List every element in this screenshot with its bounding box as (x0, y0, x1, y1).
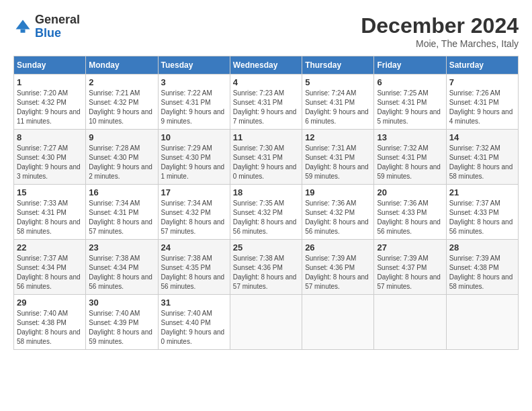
day-cell: 16 Sunrise: 7:34 AM Sunset: 4:31 PM Dayl… (86, 185, 158, 240)
day-cell: 3 Sunrise: 7:22 AM Sunset: 4:31 PM Dayli… (158, 75, 230, 130)
day-info: Sunrise: 7:38 AM Sunset: 4:34 PM Dayligh… (89, 254, 154, 291)
day-info: Sunrise: 7:20 AM Sunset: 4:32 PM Dayligh… (17, 89, 83, 126)
day-cell: 18 Sunrise: 7:35 AM Sunset: 4:32 PM Dayl… (230, 185, 302, 240)
day-info: Sunrise: 7:32 AM Sunset: 4:31 PM Dayligh… (377, 144, 443, 181)
header-sunday: Sunday (14, 56, 86, 75)
day-number: 29 (17, 298, 83, 308)
day-cell: 11 Sunrise: 7:30 AM Sunset: 4:31 PM Dayl… (230, 130, 302, 185)
day-number: 21 (449, 187, 515, 197)
day-info: Sunrise: 7:38 AM Sunset: 4:35 PM Dayligh… (161, 254, 227, 291)
day-number: 30 (89, 298, 154, 308)
day-cell: 31 Sunrise: 7:40 AM Sunset: 4:40 PM Dayl… (158, 295, 230, 350)
day-info: Sunrise: 7:35 AM Sunset: 4:32 PM Dayligh… (233, 199, 299, 236)
month-title: December 2024 (361, 13, 519, 38)
day-number: 16 (89, 187, 154, 197)
day-cell (446, 295, 518, 350)
day-number: 6 (377, 77, 443, 87)
day-number: 28 (449, 242, 515, 253)
day-cell: 6 Sunrise: 7:25 AM Sunset: 4:31 PM Dayli… (374, 75, 446, 130)
day-cell: 19 Sunrise: 7:36 AM Sunset: 4:32 PM Dayl… (302, 185, 374, 240)
day-cell: 5 Sunrise: 7:24 AM Sunset: 4:31 PM Dayli… (302, 75, 374, 130)
day-number: 17 (161, 187, 227, 197)
day-info: Sunrise: 7:27 AM Sunset: 4:30 PM Dayligh… (17, 144, 83, 181)
day-info: Sunrise: 7:40 AM Sunset: 4:38 PM Dayligh… (17, 309, 83, 347)
location: Moie, The Marches, Italy (361, 38, 519, 49)
day-info: Sunrise: 7:26 AM Sunset: 4:31 PM Dayligh… (449, 89, 515, 126)
day-info: Sunrise: 7:38 AM Sunset: 4:36 PM Dayligh… (233, 254, 299, 291)
day-cell: 1 Sunrise: 7:20 AM Sunset: 4:32 PM Dayli… (14, 75, 86, 130)
week-row-1: 1 Sunrise: 7:20 AM Sunset: 4:32 PM Dayli… (14, 75, 519, 130)
day-info: Sunrise: 7:31 AM Sunset: 4:31 PM Dayligh… (305, 144, 371, 181)
day-cell (230, 295, 302, 350)
day-cell: 30 Sunrise: 7:40 AM Sunset: 4:39 PM Dayl… (86, 295, 158, 350)
day-cell: 8 Sunrise: 7:27 AM Sunset: 4:30 PM Dayli… (14, 130, 86, 185)
header-monday: Monday (86, 56, 158, 75)
day-info: Sunrise: 7:33 AM Sunset: 4:31 PM Dayligh… (17, 199, 83, 236)
day-info: Sunrise: 7:39 AM Sunset: 4:37 PM Dayligh… (377, 254, 443, 291)
day-number: 14 (449, 132, 515, 142)
day-cell: 20 Sunrise: 7:36 AM Sunset: 4:33 PM Dayl… (374, 185, 446, 240)
week-row-5: 29 Sunrise: 7:40 AM Sunset: 4:38 PM Dayl… (14, 295, 519, 350)
day-cell: 7 Sunrise: 7:26 AM Sunset: 4:31 PM Dayli… (446, 75, 518, 130)
day-cell: 21 Sunrise: 7:37 AM Sunset: 4:33 PM Dayl… (446, 185, 518, 240)
day-info: Sunrise: 7:34 AM Sunset: 4:32 PM Dayligh… (161, 199, 227, 236)
day-info: Sunrise: 7:30 AM Sunset: 4:31 PM Dayligh… (233, 144, 299, 181)
day-number: 27 (377, 242, 443, 253)
day-number: 3 (161, 77, 227, 87)
day-cell: 17 Sunrise: 7:34 AM Sunset: 4:32 PM Dayl… (158, 185, 230, 240)
day-number: 2 (89, 77, 154, 87)
logo-blue-text: Blue (35, 27, 80, 40)
day-info: Sunrise: 7:40 AM Sunset: 4:39 PM Dayligh… (89, 309, 154, 347)
logo-text: General Blue (35, 13, 80, 40)
day-cell: 26 Sunrise: 7:39 AM Sunset: 4:36 PM Dayl… (302, 240, 374, 295)
header-tuesday: Tuesday (158, 56, 230, 75)
day-number: 9 (89, 132, 154, 142)
day-cell: 12 Sunrise: 7:31 AM Sunset: 4:31 PM Dayl… (302, 130, 374, 185)
day-info: Sunrise: 7:37 AM Sunset: 4:33 PM Dayligh… (449, 199, 515, 236)
day-cell: 24 Sunrise: 7:38 AM Sunset: 4:35 PM Dayl… (158, 240, 230, 295)
title-area: December 2024 Moie, The Marches, Italy (361, 13, 519, 49)
day-cell: 27 Sunrise: 7:39 AM Sunset: 4:37 PM Dayl… (374, 240, 446, 295)
day-number: 22 (17, 242, 83, 253)
day-cell: 25 Sunrise: 7:38 AM Sunset: 4:36 PM Dayl… (230, 240, 302, 295)
day-number: 26 (305, 242, 371, 253)
day-cell: 9 Sunrise: 7:28 AM Sunset: 4:30 PM Dayli… (86, 130, 158, 185)
logo-icon (13, 17, 32, 36)
day-number: 25 (233, 242, 299, 253)
day-number: 24 (161, 242, 227, 253)
day-cell: 4 Sunrise: 7:23 AM Sunset: 4:31 PM Dayli… (230, 75, 302, 130)
logo: General Blue (13, 13, 80, 40)
day-cell: 14 Sunrise: 7:32 AM Sunset: 4:31 PM Dayl… (446, 130, 518, 185)
calendar: Sunday Monday Tuesday Wednesday Thursday… (13, 56, 519, 350)
week-row-3: 15 Sunrise: 7:33 AM Sunset: 4:31 PM Dayl… (14, 185, 519, 240)
day-info: Sunrise: 7:24 AM Sunset: 4:31 PM Dayligh… (305, 89, 371, 126)
day-info: Sunrise: 7:21 AM Sunset: 4:32 PM Dayligh… (89, 89, 154, 126)
week-row-4: 22 Sunrise: 7:37 AM Sunset: 4:34 PM Dayl… (14, 240, 519, 295)
day-info: Sunrise: 7:25 AM Sunset: 4:31 PM Dayligh… (377, 89, 443, 126)
header-friday: Friday (374, 56, 446, 75)
header: General Blue December 2024 Moie, The Mar… (13, 13, 519, 49)
day-info: Sunrise: 7:37 AM Sunset: 4:34 PM Dayligh… (17, 254, 83, 291)
svg-marker-0 (16, 19, 30, 29)
day-info: Sunrise: 7:40 AM Sunset: 4:40 PM Dayligh… (161, 309, 227, 347)
day-info: Sunrise: 7:23 AM Sunset: 4:31 PM Dayligh… (233, 89, 299, 126)
day-cell: 10 Sunrise: 7:29 AM Sunset: 4:30 PM Dayl… (158, 130, 230, 185)
weekday-header-row: Sunday Monday Tuesday Wednesday Thursday… (14, 56, 519, 75)
day-number: 10 (161, 132, 227, 142)
day-number: 12 (305, 132, 371, 142)
week-row-2: 8 Sunrise: 7:27 AM Sunset: 4:30 PM Dayli… (14, 130, 519, 185)
day-info: Sunrise: 7:39 AM Sunset: 4:36 PM Dayligh… (305, 254, 371, 291)
logo-general-text: General (35, 13, 80, 27)
day-number: 7 (449, 77, 515, 87)
day-number: 1 (17, 77, 83, 87)
day-number: 11 (233, 132, 299, 142)
day-number: 4 (233, 77, 299, 87)
day-cell: 15 Sunrise: 7:33 AM Sunset: 4:31 PM Dayl… (14, 185, 86, 240)
day-cell: 13 Sunrise: 7:32 AM Sunset: 4:31 PM Dayl… (374, 130, 446, 185)
day-cell (374, 295, 446, 350)
day-number: 18 (233, 187, 299, 197)
day-cell: 2 Sunrise: 7:21 AM Sunset: 4:32 PM Dayli… (86, 75, 158, 130)
day-number: 31 (161, 298, 227, 308)
day-number: 8 (17, 132, 83, 142)
day-info: Sunrise: 7:29 AM Sunset: 4:30 PM Dayligh… (161, 144, 227, 181)
